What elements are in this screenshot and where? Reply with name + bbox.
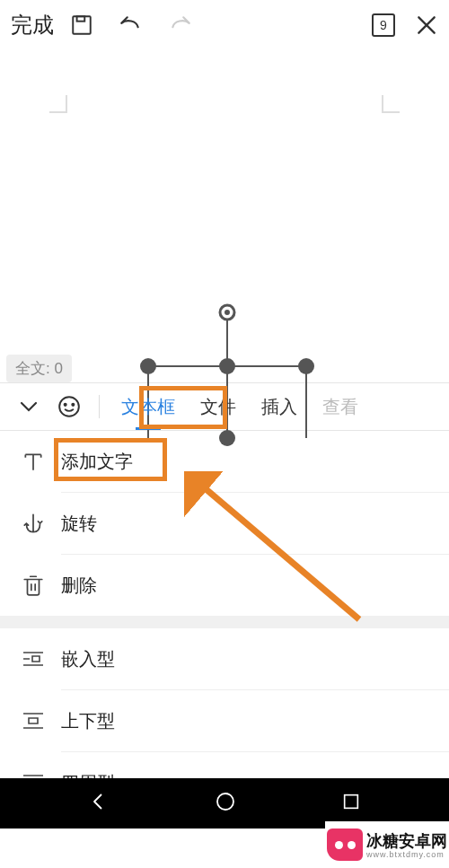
menu-item-rotate[interactable]: 旋转: [0, 493, 449, 554]
section-divider: [0, 616, 449, 628]
document-canvas[interactable]: 全文: 0: [0, 50, 449, 382]
rotate-icon: [22, 512, 61, 535]
tab-view[interactable]: 查看: [319, 395, 362, 419]
menu-label: 上下型: [61, 709, 115, 733]
top-toolbar: 完成 9: [0, 0, 449, 50]
text-icon: [22, 450, 61, 473]
menu-label: 添加文字: [61, 450, 133, 474]
wrap-topbottom-icon: [22, 711, 61, 731]
svg-point-10: [219, 358, 235, 374]
watermark-logo-icon: [327, 829, 363, 861]
save-icon[interactable]: [70, 13, 93, 37]
svg-point-3: [224, 310, 230, 315]
svg-point-12: [219, 430, 235, 446]
watermark-title: 冰糖安卓网: [366, 830, 447, 852]
svg-rect-0: [73, 16, 91, 34]
tab-textbox[interactable]: 文本框: [118, 395, 179, 419]
page-margin-marker: [49, 95, 67, 113]
menu-list: 添加文字 旋转 删除: [0, 431, 449, 616]
word-count-badge[interactable]: 全文: 0: [6, 355, 72, 382]
tab-file[interactable]: 文件: [197, 395, 240, 419]
svg-point-17: [217, 793, 233, 810]
svg-rect-1: [77, 16, 85, 21]
page-margin-marker: [382, 95, 400, 113]
voice-assistant-icon[interactable]: [57, 395, 81, 418]
watermark-url: www.btxtdmy.com: [366, 850, 447, 859]
svg-point-15: [72, 404, 74, 406]
menu-item-topbottom[interactable]: 上下型: [0, 690, 449, 751]
collapse-panel-icon[interactable]: [18, 396, 40, 417]
wrap-inline-icon: [22, 649, 61, 669]
svg-rect-18: [344, 795, 357, 809]
trash-icon: [22, 574, 61, 597]
done-button[interactable]: 完成: [11, 11, 54, 39]
menu-label: 旋转: [61, 512, 97, 536]
close-icon[interactable]: [415, 13, 438, 37]
nav-back-icon[interactable]: [88, 791, 110, 816]
nav-home-icon[interactable]: [215, 791, 236, 816]
undo-icon[interactable]: [117, 13, 144, 37]
menu-item-embed[interactable]: 嵌入型: [0, 628, 449, 689]
selected-textbox-shape[interactable]: [137, 303, 317, 447]
nav-recent-icon[interactable]: [341, 792, 361, 815]
menu-item-delete[interactable]: 删除: [0, 555, 449, 616]
redo-icon: [167, 13, 194, 37]
svg-point-13: [59, 397, 79, 416]
page-count-button[interactable]: 9: [372, 13, 395, 37]
menu-label: 嵌入型: [61, 647, 115, 671]
svg-point-9: [140, 358, 156, 374]
tab-insert[interactable]: 插入: [258, 395, 301, 419]
menu-label: 删除: [61, 574, 97, 598]
watermark: 冰糖安卓网 www.btxtdmy.com: [325, 821, 449, 868]
svg-point-14: [65, 404, 66, 406]
svg-point-11: [298, 358, 314, 374]
